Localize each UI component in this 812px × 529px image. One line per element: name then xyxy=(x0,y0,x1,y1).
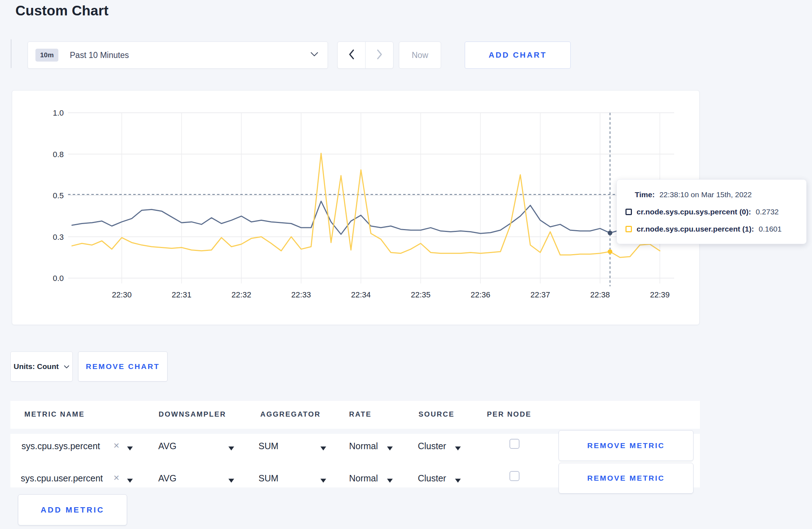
series-user-line xyxy=(72,153,660,257)
tooltip-time-value: 22:38:10 on Mar 15th, 2022 xyxy=(659,190,752,199)
series-sys-line xyxy=(72,201,660,234)
x-axis-tick-label: 22:39 xyxy=(650,290,670,299)
chart-canvas[interactable]: 0.00.30.50.81.022:3022:3122:3222:3322:34… xyxy=(0,0,812,529)
chart-hover-tooltip: Time: 22:38:10 on Mar 15th, 2022 cr.node… xyxy=(617,179,807,244)
series-user-hover-dot xyxy=(608,249,612,254)
tooltip-series-sys-value: 0.2732 xyxy=(756,208,779,216)
series-sys-hover-dot xyxy=(608,230,612,235)
x-axis-tick-label: 22:32 xyxy=(232,290,251,299)
tooltip-series-sys-name: cr.node.sys.cpu.sys.percent (0): xyxy=(637,208,751,216)
x-axis-tick-label: 22:38 xyxy=(590,290,610,299)
x-axis-tick-label: 22:33 xyxy=(291,290,311,299)
x-axis-tick-label: 22:30 xyxy=(112,290,132,299)
tooltip-series-user-value: 0.1601 xyxy=(759,225,782,233)
y-axis-tick-label: 0.3 xyxy=(53,233,64,242)
x-axis-tick-label: 22:37 xyxy=(530,290,550,299)
series-sys-legend-swatch xyxy=(625,209,632,215)
y-axis-tick-label: 0.8 xyxy=(53,150,64,159)
y-axis-tick-label: 0.5 xyxy=(53,191,64,200)
x-axis-tick-label: 22:36 xyxy=(470,290,490,299)
y-axis-tick-label: 0.0 xyxy=(53,274,64,283)
x-axis-tick-label: 22:34 xyxy=(351,290,371,299)
series-user-legend-swatch xyxy=(625,226,632,232)
x-axis-tick-label: 22:35 xyxy=(411,290,431,299)
tooltip-series-user-name: cr.node.sys.cpu.user.percent (1): xyxy=(637,225,754,233)
tooltip-time-label: Time: xyxy=(635,190,655,199)
x-axis-tick-label: 22:31 xyxy=(172,290,192,299)
y-axis-tick-label: 1.0 xyxy=(53,108,64,117)
